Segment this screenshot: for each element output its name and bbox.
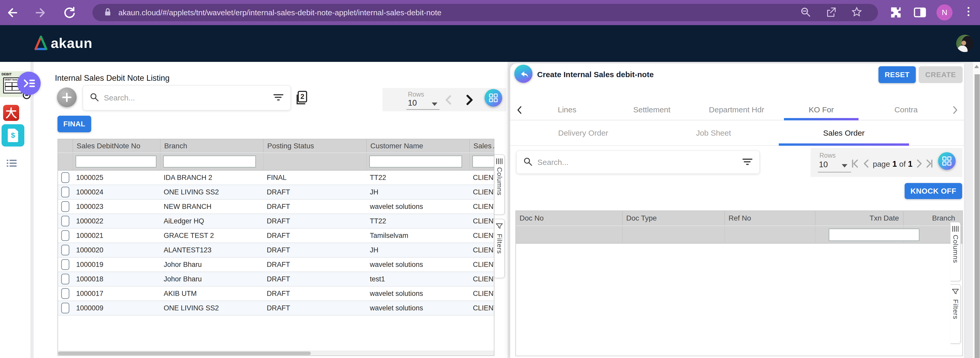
horizontal-scrollbar-thumb[interactable]	[58, 352, 311, 355]
col-txn-date[interactable]: Txn Date	[815, 211, 903, 226]
menu-list-icon[interactable]	[7, 160, 17, 168]
table-row[interactable]: 1000023 NEW BRANCH DRAFT wavelet solutio…	[58, 200, 494, 214]
rows-per-page-select[interactable]: 10	[819, 160, 828, 169]
filter-list-icon[interactable]	[742, 158, 752, 167]
duplicate-pages-icon[interactable]: 2	[295, 90, 308, 107]
tab-settlement[interactable]: Settlement	[609, 99, 694, 120]
table-row[interactable]: 1000017 AKIB UTM DRAFT wavelet solutions…	[58, 286, 494, 301]
cell-debitnote-no: 1000021	[73, 232, 160, 240]
extensions-puzzle-icon[interactable]	[889, 6, 902, 20]
col-doc-no[interactable]: Doc No	[516, 211, 622, 226]
subtab-sales-order[interactable]: Sales Order	[779, 121, 909, 145]
tabs-scroll-right-icon[interactable]	[950, 106, 959, 115]
table-row[interactable]: 1000022 AiLedger HQ DRAFT TT22 CLIENT_	[58, 214, 494, 229]
share-icon[interactable]	[826, 7, 837, 19]
next-page-icon[interactable]	[463, 94, 475, 107]
apps-grid-button[interactable]	[938, 152, 956, 170]
prev-page-icon[interactable]	[861, 158, 872, 170]
cell-posting-status: DRAFT	[263, 290, 366, 298]
tab-lines[interactable]: Lines	[525, 99, 609, 120]
row-checkbox[interactable]	[61, 201, 69, 212]
table-row[interactable]: 1000009 ONE LIVING SS2 DRAFT wavelet sol…	[58, 301, 494, 315]
subtab-job-sheet[interactable]: Job Sheet	[648, 121, 778, 145]
col-sales-debitnote-no[interactable]: Sales DebitNote No	[73, 139, 160, 153]
table-row[interactable]: 1000019 Johor Bharu DRAFT wavelet soluti…	[58, 258, 494, 272]
col-posting-status[interactable]: Posting Status	[263, 139, 366, 153]
subtab-delivery-order[interactable]: Delivery Order	[518, 121, 648, 145]
final-filter-button[interactable]: FINAL	[57, 116, 91, 132]
apps-grid-button[interactable]	[485, 89, 502, 107]
sidebar-toggle-icon[interactable]	[18, 72, 41, 95]
side-panel-icon[interactable]	[914, 7, 926, 19]
col-sales-agent[interactable]: Sales A	[469, 139, 495, 153]
browser-forward-icon[interactable]	[34, 6, 47, 19]
reset-button[interactable]: RESET	[878, 66, 916, 83]
browser-profile-badge[interactable]: N	[937, 5, 953, 21]
tab-contra[interactable]: Contra	[864, 99, 948, 120]
red-cjk-applet-icon[interactable]	[3, 105, 19, 121]
search-input[interactable]	[103, 93, 273, 102]
zoom-out-icon[interactable]	[800, 7, 811, 19]
table-row[interactable]: 1000020 ALANTEST123 DRAFT JH CLIENT_	[58, 243, 494, 258]
search-input[interactable]	[537, 158, 742, 167]
table-row[interactable]: 1000021 GRACE TEST 2 DRAFT Tamilselvam C…	[58, 229, 494, 243]
filter-input-sales-agent[interactable]	[473, 156, 495, 167]
row-checkbox[interactable]	[61, 230, 69, 241]
chevron-down-icon[interactable]	[432, 102, 438, 106]
filter-input-branch[interactable]	[163, 156, 256, 167]
ko-table-header: Doc No Doc Type Ref No Txn Date Branch	[516, 211, 963, 226]
add-button[interactable]	[57, 88, 77, 107]
row-checkbox[interactable]	[61, 172, 69, 183]
filter-list-icon[interactable]	[273, 93, 283, 103]
create-button[interactable]: CREATE	[919, 66, 963, 83]
sales-doc-applet-icon[interactable]: $	[2, 124, 24, 146]
filters-side-tab[interactable]: Filters	[495, 219, 505, 278]
last-page-icon[interactable]	[924, 158, 934, 170]
chevron-down-icon[interactable]	[842, 164, 847, 167]
tab-ko-for[interactable]: KO For	[779, 99, 864, 120]
user-avatar[interactable]	[956, 35, 974, 52]
prev-page-icon[interactable]	[443, 94, 455, 107]
table-row[interactable]: 1000024 ONE LIVING SS2 DRAFT JH CLIENT_	[58, 185, 494, 200]
cell-posting-status: DRAFT	[263, 275, 366, 283]
bookmark-star-icon[interactable]	[851, 6, 862, 19]
col-branch[interactable]: Branch	[160, 139, 263, 153]
knock-off-button[interactable]: KNOCK OFF	[905, 183, 962, 199]
col-doc-type[interactable]: Doc Type	[622, 211, 724, 226]
filters-side-tab[interactable]: Filters	[950, 284, 961, 344]
rows-per-page-select[interactable]: 10	[408, 99, 417, 108]
cell-sales-agent: CLIENT_	[469, 261, 495, 269]
tabs-scroll-left-icon[interactable]	[515, 106, 524, 115]
cell-debitnote-no: 1000025	[73, 174, 160, 182]
tab-department-hdr[interactable]: Department Hdr	[694, 99, 779, 120]
scroll-up-arrow[interactable]	[974, 65, 979, 68]
row-checkbox[interactable]	[61, 302, 69, 313]
columns-side-tab[interactable]: Columns	[950, 222, 961, 282]
columns-side-tab[interactable]: Columns	[495, 154, 505, 215]
listing-panel: Internal Sales Debit Note Listing 2 Rows…	[33, 62, 508, 358]
back-button[interactable]	[514, 65, 533, 83]
first-page-icon[interactable]	[850, 158, 860, 170]
row-checkbox[interactable]	[61, 245, 69, 256]
browser-back-icon[interactable]	[6, 6, 19, 19]
filter-input-customer-name[interactable]	[369, 156, 462, 167]
browser-menu-icon[interactable]	[967, 7, 969, 16]
table-row[interactable]: 1000025 IDA BRANCH 2 FINAL TT22 CLIENT_	[58, 170, 494, 185]
row-checkbox[interactable]	[61, 288, 69, 299]
col-ref-no[interactable]: Ref No	[724, 211, 815, 226]
browser-refresh-icon[interactable]	[63, 6, 76, 19]
col-customer-name[interactable]: Customer Name	[366, 139, 469, 153]
cell-branch: AiLedger HQ	[160, 217, 263, 225]
page-title: Internal Sales Debit Note Listing	[55, 73, 170, 83]
cell-sales-agent: CLIENT_	[469, 203, 495, 211]
filter-input-txn-date[interactable]	[829, 229, 920, 241]
address-bar[interactable]: akaun.cloud/#/applets/tnt/wavelet/erp/in…	[92, 4, 878, 21]
row-checkbox[interactable]	[61, 187, 69, 197]
table-row[interactable]: 1000018 Johor Bharu DRAFT test1 CLIENT_	[58, 272, 494, 286]
row-checkbox[interactable]	[61, 216, 69, 226]
row-checkbox[interactable]	[61, 259, 69, 270]
row-checkbox[interactable]	[61, 274, 69, 285]
page-scrollbar-thumb[interactable]	[975, 74, 980, 358]
filter-input-debitnote-no[interactable]	[76, 156, 156, 167]
next-page-icon[interactable]	[914, 158, 924, 170]
